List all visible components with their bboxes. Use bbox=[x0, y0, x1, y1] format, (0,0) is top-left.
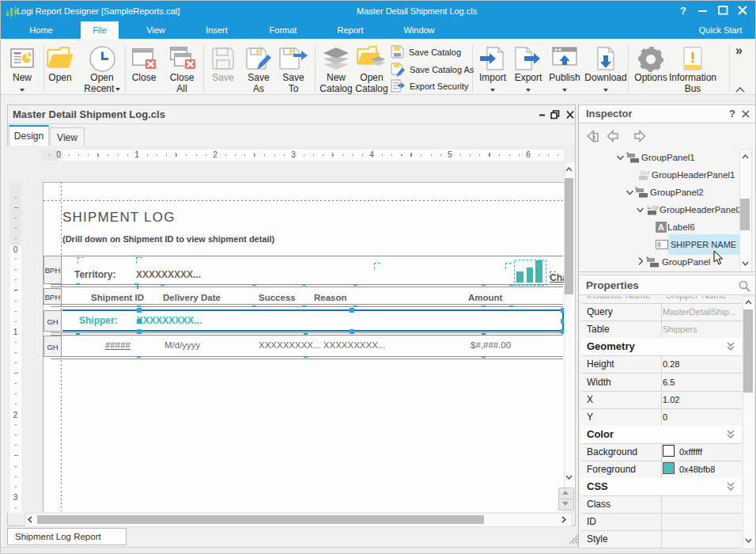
svg-text:!: ! bbox=[690, 49, 695, 66]
svg-text:A: A bbox=[658, 222, 664, 232]
svg-text:GH: GH bbox=[640, 169, 649, 176]
svg-text:↳GH: ↳GH bbox=[646, 204, 659, 211]
